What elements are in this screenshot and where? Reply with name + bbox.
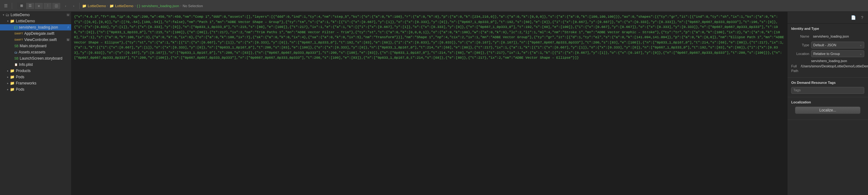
sidebar-label-pods2: Pods — [16, 87, 71, 92]
sidebar-label-appdelegate: AppDelegate.swift — [24, 31, 69, 36]
sidebar-item-lottiedemo-folder[interactable]: ▾ 📁 LottieDemo — [0, 18, 71, 24]
storyboard-icon-launch: SB — [14, 57, 18, 60]
compare-view-button[interactable]: ◫ — [52, 2, 61, 9]
inspector-location-dropdown[interactable]: Relative to Group ⌄ — [811, 50, 864, 57]
arrow-products: ▸ — [6, 69, 10, 72]
inspector-section-title-identity: Identity and Type — [791, 27, 864, 30]
nav-forward-button[interactable]: › — [70, 3, 77, 9]
folder-icon-pods: 📁 — [10, 75, 14, 79]
folder-icon-lottiedemo: 📁 — [10, 19, 14, 23]
inspector-file-icon[interactable]: 📄 — [850, 14, 857, 21]
outline-view-button[interactable]: ≡ — [34, 2, 43, 9]
sidebar-label-lottiedemo-root: LottieDemo — [10, 13, 67, 17]
inspector-help-icon[interactable]: ? — [859, 14, 866, 21]
fullpath-label: Full Path — [791, 64, 798, 74]
inspector-section-title-localization: Localization — [791, 100, 864, 104]
inspector-name-value: servishero_loading.json — [811, 33, 864, 40]
arrow-lottiedemo-root: ▾ — [1, 13, 6, 17]
json-icon-servishero: { } — [14, 26, 18, 29]
breadcrumb-item-lottiedemo[interactable]: LottieDemo — [88, 4, 106, 8]
sidebar-item-assets[interactable]: 🗂 Assets.xcassets — [0, 49, 71, 55]
sidebar-item-servishero-json[interactable]: { } servishero_loading.json A — [0, 24, 71, 30]
inspector-name-label: Name — [791, 34, 809, 38]
inspector-location-label: Location — [791, 52, 809, 56]
sidebar-item-main-storyboard[interactable]: SB Main.storyboard — [0, 43, 71, 49]
type-dropdown-arrow: ⌄ — [860, 43, 862, 46]
inspector-type-label: Type — [791, 43, 809, 47]
swift-icon-appdelegate: SWIFT — [14, 32, 23, 35]
inspector-section-tags: On Demand Resource Tags Tags — [787, 77, 868, 97]
sidebar-item-pods2[interactable]: ▸ 📁 Pods — [0, 86, 71, 93]
toolbar-separator-2 — [79, 3, 80, 9]
sidebar: ▾ 🗂 LottieDemo M ▾ 📁 LottieDemo { } serv… — [0, 12, 71, 195]
storyboard-icon-main: SB — [14, 44, 18, 48]
tags-input[interactable]: Tags — [791, 87, 864, 94]
breadcrumb-folder-icon: 📁 — [82, 4, 86, 8]
nav-back-button[interactable]: ‹ — [62, 3, 69, 9]
sidebar-item-products[interactable]: ▸ 📁 Products — [0, 68, 71, 74]
sidebar-label-pods: Pods — [16, 75, 71, 79]
sidebar-label-lottiedemo-folder: LottieDemo — [16, 19, 69, 23]
breadcrumb-item-lottiedemo2[interactable]: LottieDemo — [115, 4, 133, 8]
sidebar-label-frameworks: Frameworks — [16, 81, 71, 86]
inspector-row-name: Name servishero_loading.json — [791, 33, 864, 40]
arrow-pods2: ▸ — [6, 88, 10, 91]
arrow-frameworks: ▸ — [6, 82, 10, 85]
location-dropdown-arrow: ⌄ — [860, 52, 862, 55]
sidebar-item-lottiedemo-root[interactable]: ▾ 🗂 LottieDemo M — [0, 12, 71, 18]
grid-view-button[interactable]: ⊞ — [17, 2, 26, 9]
sidebar-item-infoplist[interactable]: 📋 Info.plist — [0, 62, 71, 68]
toolbar-separator-1 — [12, 3, 12, 9]
breadcrumb: 📁 LottieDemo › 📁 LottieDemo › { } servis… — [82, 4, 866, 8]
fullpath-value: /Users/simon/Desktop/LottieDemo/LottieDe… — [801, 64, 868, 69]
plist-icon: 📋 — [14, 63, 18, 66]
breadcrumb-item-json[interactable]: servishero_loading.json — [142, 4, 179, 8]
inspector-fullpath: Full Path /Users/simon/Desktop/LottieDem… — [791, 64, 864, 74]
content-editor[interactable]: {"v":"4.6.3","fr":60,"ip":0,"op":290,"w"… — [71, 12, 787, 195]
inspector-type-dropdown[interactable]: Default - JSON ⌄ — [811, 42, 864, 48]
badge-lottiedemo-root: M — [67, 13, 69, 17]
sidebar-label-servishero: servishero_loading.json — [19, 25, 67, 30]
inspector-panel: 📄 ? Identity and Type Name servishero_lo… — [787, 12, 868, 195]
breadcrumb-item-no-selection: No Selection — [183, 4, 203, 8]
folder-icon-lottiedemo-root: 🗂 — [6, 13, 9, 17]
arrow-lottiedemo-folder: ▾ — [6, 20, 10, 23]
sidebar-item-frameworks[interactable]: ▸ 📁 Frameworks — [0, 80, 71, 86]
sidebar-toggle-icon[interactable]: ☰ — [2, 2, 9, 9]
arrow-pods: ▸ — [6, 75, 10, 78]
sidebar-label-assets: Assets.xcassets — [19, 50, 69, 54]
sidebar-item-pods[interactable]: ▸ 📁 Pods — [0, 74, 71, 80]
list-view-button[interactable]: ☰ — [26, 2, 34, 9]
badge-servishero: A — [67, 26, 69, 29]
inspector-row-location: Location Relative to Group ⌄ — [791, 50, 864, 57]
inspector-toolbar: 📄 ? — [787, 12, 868, 24]
folder-icon-frameworks: 📁 — [10, 81, 14, 86]
sidebar-label-main-storyboard: Main.storyboard — [20, 44, 69, 48]
breadcrumb-folder2-icon: 📁 — [110, 4, 114, 8]
breadcrumb-file-icon: { } — [137, 4, 140, 8]
breadcrumb-arrow-2: › — [135, 4, 135, 7]
sidebar-item-appdelegate[interactable]: SWIFT AppDelegate.swift — [0, 30, 71, 37]
main-layout: ▾ 🗂 LottieDemo M ▾ 📁 LottieDemo { } serv… — [0, 12, 868, 195]
folder-icon-pods2: 📁 — [10, 87, 14, 92]
breadcrumb-arrow-3: › — [180, 4, 181, 7]
sidebar-label-viewcontroller: ViewController.swift — [24, 38, 67, 42]
hierarchy-view-button[interactable]: ⋮ — [43, 2, 52, 9]
inspector-section-title-tags: On Demand Resource Tags — [791, 81, 864, 85]
toolbar: ☰ ⊞ ☰ ≡ ⋮ ◫ ‹ › 📁 LottieDemo › 📁 LottieD… — [0, 0, 868, 12]
swift-icon-viewcontroller: SWIFT — [14, 38, 23, 41]
sidebar-item-launchscreen[interactable]: SB LaunchScreen.storyboard — [0, 55, 71, 62]
sidebar-label-launchscreen: LaunchScreen.storyboard — [20, 56, 69, 61]
inspector-filename: servishero_loading.json — [791, 59, 864, 63]
view-toggle: ⊞ ☰ ≡ ⋮ ◫ — [17, 2, 61, 9]
sidebar-label-infoplist: Info.plist — [19, 62, 69, 67]
assets-icon: 🗂 — [14, 51, 18, 54]
sidebar-label-products: Products — [16, 69, 71, 73]
badge-viewcontroller: M — [67, 38, 69, 42]
breadcrumb-arrow-1: › — [107, 4, 108, 7]
sidebar-item-viewcontroller[interactable]: SWIFT ViewController.swift M — [0, 37, 71, 43]
folder-icon-products: 📁 — [10, 69, 14, 73]
localize-button[interactable]: Localize... — [795, 106, 861, 114]
inspector-row-type: Type Default - JSON ⌄ — [791, 42, 864, 48]
inspector-section-identity: Identity and Type Name servishero_loadin… — [787, 24, 868, 77]
